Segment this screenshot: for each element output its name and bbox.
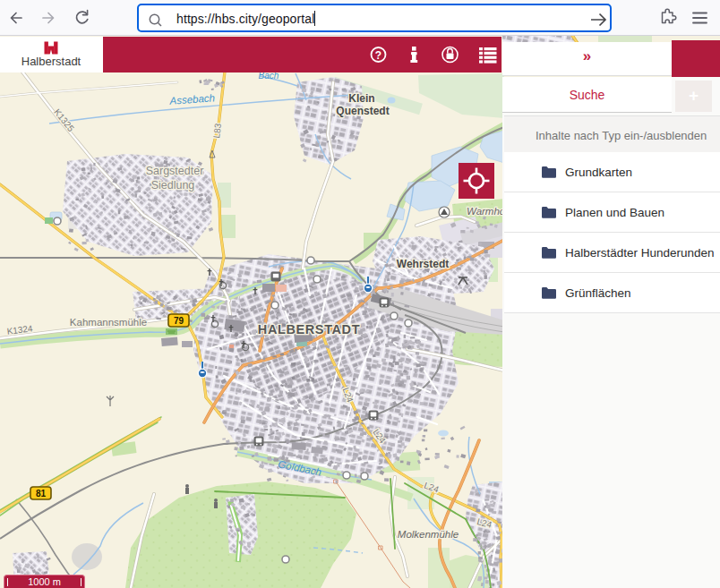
svg-text:Kahmannsmühle: Kahmannsmühle xyxy=(70,317,147,328)
svg-text:Wehrstedt: Wehrstedt xyxy=(397,258,449,270)
svg-text:Molkenmühle: Molkenmühle xyxy=(398,529,459,540)
svg-text:HALBERSTADT: HALBERSTADT xyxy=(258,322,360,337)
svg-text:Siedlung: Siedlung xyxy=(151,179,195,192)
svg-text:Klein: Klein xyxy=(348,92,374,105)
svg-text:Sargstedter: Sargstedter xyxy=(146,165,204,177)
svg-text:L83: L83 xyxy=(211,123,223,139)
svg-text:Halberstadt: Halberstadt xyxy=(21,55,81,68)
svg-text:?: ? xyxy=(375,49,381,62)
svg-text:81: 81 xyxy=(36,489,47,499)
svg-text:Quenstedt: Quenstedt xyxy=(336,105,389,117)
svg-text:79: 79 xyxy=(174,316,184,326)
